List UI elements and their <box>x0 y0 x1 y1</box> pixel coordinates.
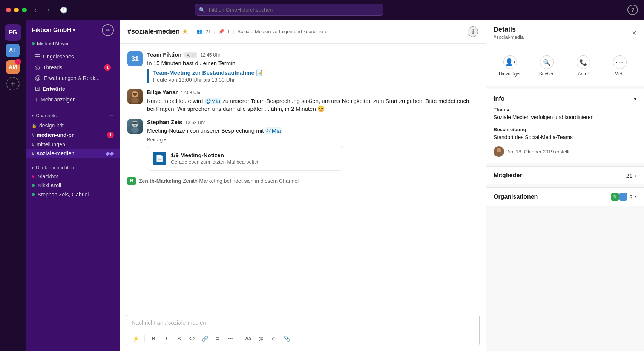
dm-item-nikki[interactable]: Nikki Kroll <box>26 181 120 190</box>
message-team-fiktion: 31 Team Fiktion APP 12:45 Uhr In 15 Minu… <box>127 51 478 83</box>
channels-section-header[interactable]: ▾ Channels + <box>26 108 120 121</box>
details-actions: 👤+ Hinzufügen 🔍 Suchen 📞 Anruf ··· Mehr <box>486 46 644 86</box>
channels-add-icon[interactable]: + <box>110 112 114 120</box>
dm-section-header[interactable]: ▾ Direktnachrichten <box>26 161 120 172</box>
nav-item-ungelesenes[interactable]: ☰ Ungelesenes <box>29 51 117 62</box>
channel-name-mitteilungen: mitteilungen <box>37 141 65 147</box>
minimize-traffic-light[interactable] <box>14 8 19 12</box>
channel-item-medien-und-pr[interactable]: # medien-und-pr 1 <box>26 130 120 140</box>
online-dot-nikki <box>32 184 35 187</box>
members-chevron-icon: › <box>635 172 636 178</box>
bold-button[interactable]: B <box>148 333 159 344</box>
maximize-traffic-light[interactable] <box>22 8 27 12</box>
mention-button[interactable]: @ <box>255 333 267 344</box>
star-icon[interactable]: ★ <box>182 28 187 35</box>
strikethrough-button[interactable]: S <box>173 333 185 344</box>
threads-badge: 1 <box>104 64 111 71</box>
svg-point-11 <box>131 127 139 133</box>
details-close-button[interactable]: × <box>632 29 636 37</box>
sidebar-icons: FG AL AM + <box>0 20 26 351</box>
dm-item-stephan[interactable]: Stephan Zeis, Gabriel... <box>26 190 120 199</box>
msg-time-1: 12:45 Uhr <box>200 52 220 58</box>
info-section-title: Info <box>494 95 504 102</box>
italic-button[interactable]: I <box>161 333 172 344</box>
action-mehr[interactable]: ··· Mehr <box>601 52 638 80</box>
bookmark-icon: ◆◆ <box>106 150 114 156</box>
channel-item-soziale-medien[interactable]: # soziale-medien ◆◆ <box>26 149 120 158</box>
add-person-icon: 👤+ <box>503 55 517 69</box>
org-avatar-n: N <box>611 193 619 201</box>
more-format-button[interactable]: ••• <box>225 333 236 344</box>
svg-rect-10 <box>132 122 138 124</box>
org-row[interactable]: Organisationen N 2 › <box>486 187 644 206</box>
msg-author-bilge: Bilge Yanar <box>147 89 178 95</box>
channel-item-mitteilungen[interactable]: # mitteilungen <box>26 140 120 149</box>
msg-content-team-fiktion: Team Fiktion APP 12:45 Uhr In 15 Minuten… <box>147 51 478 83</box>
history-button[interactable]: 🕐 <box>57 5 71 15</box>
chat-header: #soziale-medien ★ 👥 21 | 📌 1 | Soziale M… <box>120 20 486 44</box>
created-row: Am 18. Oktober 2019 erstellt <box>494 146 636 157</box>
close-traffic-light[interactable] <box>6 8 11 12</box>
nav-item-erwahnungen[interactable]: @ Erwähnungen & Reak... <box>29 73 117 83</box>
zenith-notice: N Zenith-Marketing Zenith-Marketing befi… <box>127 177 478 185</box>
action-anruf[interactable]: 📞 Anruf <box>565 52 602 80</box>
add-workspace-button[interactable]: + <box>6 77 20 90</box>
forward-button[interactable]: › <box>44 5 52 15</box>
workspace-caret-icon: ▾ <box>73 28 75 33</box>
msg-time-3: 12:58 Uhr <box>185 120 205 125</box>
threads-icon: ◎ <box>35 64 40 71</box>
mention-mia-1[interactable]: @Mia <box>205 98 221 104</box>
details-header: Details #social-media × <box>486 20 644 46</box>
user-avatar-al[interactable]: AL <box>6 44 20 57</box>
user-avatar-am[interactable]: AM <box>6 60 20 74</box>
channel-name-title: #soziale-medien ★ <box>127 28 187 35</box>
info-chevron-icon[interactable]: ▾ <box>634 96 636 102</box>
file-info: 1/9 Meeting-Notizen Gerade eben zum letz… <box>171 152 337 165</box>
hash-icon-2: # <box>32 142 34 147</box>
search-bar: 🔍 <box>195 4 383 16</box>
beitrag-action: Beitrag ▾ <box>147 136 478 143</box>
code-button[interactable]: </> <box>186 333 198 344</box>
search-input[interactable] <box>195 4 383 16</box>
back-button[interactable]: ‹ <box>31 5 40 15</box>
emoji-button[interactable]: ☺ <box>268 333 279 344</box>
text-size-button[interactable]: Aa <box>242 333 254 344</box>
beschreibung-field: Beschreibung Standort des Social-Media-T… <box>494 127 636 141</box>
channel-item-design-krit[interactable]: 🔒 design-krit <box>26 121 120 130</box>
channel-info-button[interactable]: ℹ <box>468 26 478 37</box>
compose-button[interactable]: ✏ <box>102 24 114 36</box>
cal-link[interactable]: Team-Meeting zur Bestandsaufnahme 📝 <box>153 69 263 76</box>
dm-item-slackbot[interactable]: ♥ Slackbot <box>26 172 120 181</box>
bolt-button[interactable]: ⚡ <box>130 333 141 344</box>
members-count: 21 <box>626 172 633 179</box>
help-button[interactable]: ? <box>627 5 638 15</box>
thema-label: Thema <box>494 107 636 112</box>
workspace-name[interactable]: Fiktion GmbH ▾ <box>32 27 75 34</box>
zenith-text: Zenith-Marketing befindet sich in diesem… <box>183 178 299 184</box>
members-row[interactable]: Mitglieder 21 › <box>486 166 644 184</box>
dm-name-stephan: Stephan Zeis, Gabriel... <box>38 192 93 198</box>
list-button[interactable]: ≡ <box>212 333 223 344</box>
attachment-button[interactable]: 📎 <box>281 333 292 344</box>
user-name: Michael Meyer <box>37 41 69 46</box>
action-hinzufugen[interactable]: 👤+ Hinzufügen <box>492 52 529 80</box>
action-suchen[interactable]: 🔍 Suchen <box>529 52 565 80</box>
file-attachment[interactable]: 📄 1/9 Meeting-Notizen Gerade eben zum le… <box>147 146 343 171</box>
beitrag-label: Beitrag <box>147 137 163 143</box>
beitrag-button[interactable]: Beitrag ▾ <box>147 137 166 143</box>
nav-item-threads[interactable]: ◎ Threads 1 <box>29 62 117 73</box>
workspace-avatar[interactable]: FG <box>5 24 21 41</box>
link-button[interactable]: 🔗 <box>199 333 210 344</box>
nav-item-entwurfe[interactable]: ⊡ Entwürfe <box>29 83 117 94</box>
dm-label: Direktnachrichten <box>36 165 74 170</box>
search-detail-icon: 🔍 <box>540 55 554 69</box>
chat-input[interactable] <box>126 314 479 331</box>
mention-mia-2[interactable]: @Mia <box>265 127 282 134</box>
file-name: 1/9 Meeting-Notizen <box>171 152 337 158</box>
dm-name-slackbot: Slackbot <box>38 173 58 179</box>
avatar-team-fiktion: 31 <box>127 51 143 66</box>
nav-item-mehr[interactable]: ↓ Mehr anzeigen <box>29 94 117 105</box>
channel-name-medien-und-pr: medien-und-pr <box>37 132 74 138</box>
zenith-name: Zenith-Marketing <box>139 178 181 184</box>
org-avatar-b <box>619 193 627 201</box>
